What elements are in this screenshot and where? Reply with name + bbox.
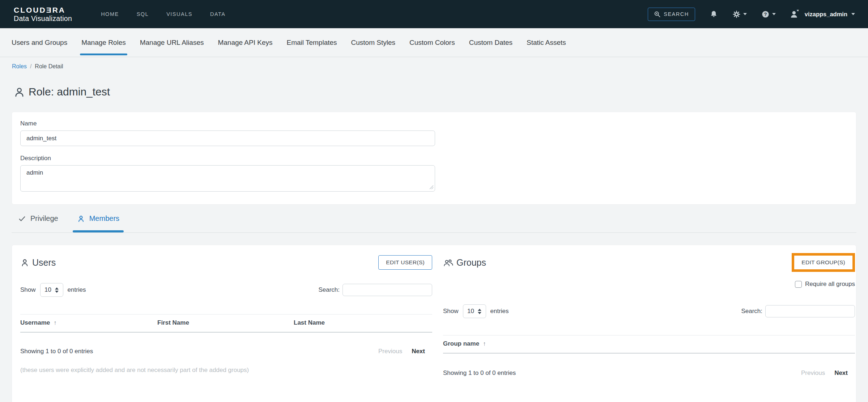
tab-manage-api-keys[interactable]: Manage API Keys xyxy=(218,28,272,57)
users-showing-text: Showing 1 to 0 of 0 entries xyxy=(20,348,93,355)
top-navbar: CLOUDƎRA Data Visualization HOME SQL VIS… xyxy=(0,0,868,28)
description-label: Description xyxy=(20,155,856,162)
breadcrumb-current: Role Detail xyxy=(35,63,63,70)
tab-privilege[interactable]: Privilege xyxy=(18,205,58,232)
groups-page-size-select[interactable]: 10 xyxy=(463,304,486,318)
main-nav: HOME SQL VISUALS DATA xyxy=(101,11,225,17)
groups-title-text: Groups xyxy=(456,257,486,268)
breadcrumb-roles-link[interactable]: Roles xyxy=(12,63,27,70)
users-search-label: Search: xyxy=(318,286,340,294)
search-button[interactable]: SEARCH xyxy=(648,8,695,21)
users-pager: Previous Next xyxy=(378,348,432,355)
role-description-textarea[interactable]: admin xyxy=(20,165,435,192)
page-title: Role: admin_test xyxy=(14,86,868,98)
members-card: Users EDIT USER(S) Show 10 entries Searc… xyxy=(12,245,856,402)
edit-groups-button[interactable]: EDIT GROUP(S) xyxy=(794,256,852,269)
sort-asc-icon: ↑ xyxy=(54,320,56,326)
breadcrumb: Roles / Role Detail xyxy=(12,63,868,70)
groups-page-size-control: Show 10 entries xyxy=(443,304,509,318)
groups-table: Group name↑ xyxy=(443,335,855,354)
groups-search-control: Search: xyxy=(741,305,855,317)
admin-tabbar: Users and Groups Manage Roles Manage URL… xyxy=(0,28,868,57)
nav-sql[interactable]: SQL xyxy=(137,11,149,17)
help-menu[interactable]: ? xyxy=(761,10,776,18)
groups-panel: Groups EDIT GROUP(S) Require all groups … xyxy=(443,253,855,402)
users-search-input[interactable] xyxy=(342,284,432,296)
role-name-input[interactable] xyxy=(20,131,435,146)
page-size-value: 10 xyxy=(467,308,474,315)
user-outline-icon xyxy=(20,258,29,267)
user-icon: * xyxy=(790,10,800,19)
users-col-firstname[interactable]: First Name xyxy=(157,319,294,326)
tab-static-assets[interactable]: Static Assets xyxy=(527,28,566,57)
users-col-username[interactable]: Username↑ xyxy=(20,319,157,326)
users-previous-button[interactable]: Previous xyxy=(378,348,402,355)
tab-manage-url-aliases[interactable]: Manage URL Aliases xyxy=(140,28,204,57)
users-table: Username↑ First Name Last Name xyxy=(20,314,432,333)
entries-label: entries xyxy=(490,308,509,315)
require-all-groups-checkbox[interactable] xyxy=(795,281,802,288)
tab-members-label: Members xyxy=(89,214,119,223)
groups-next-button[interactable]: Next xyxy=(834,369,848,377)
page-title-text: Role: admin_test xyxy=(29,86,110,98)
groups-search-input[interactable] xyxy=(765,305,855,317)
resize-handle-icon[interactable] xyxy=(429,185,434,189)
breadcrumb-separator: / xyxy=(30,63,31,70)
users-panel: Users EDIT USER(S) Show 10 entries Searc… xyxy=(20,253,432,402)
bell-icon xyxy=(710,10,718,18)
edit-users-button[interactable]: EDIT USER(S) xyxy=(378,255,432,270)
nav-home[interactable]: HOME xyxy=(101,11,119,17)
nav-data[interactable]: DATA xyxy=(210,11,226,17)
users-panel-title: Users xyxy=(20,257,56,268)
tab-custom-styles[interactable]: Custom Styles xyxy=(351,28,395,57)
group-icon xyxy=(443,258,454,267)
groups-showing-text: Showing 1 to 0 of 0 entries xyxy=(443,369,516,377)
require-all-groups-label: Require all groups xyxy=(805,281,855,288)
groups-search-label: Search: xyxy=(741,308,762,315)
description-field-wrap: admin xyxy=(20,165,435,192)
search-icon xyxy=(654,11,660,17)
svg-text:*: * xyxy=(796,10,799,14)
groups-panel-title: Groups xyxy=(443,257,486,268)
action-highlight-ring: EDIT GROUP(S) xyxy=(792,253,855,272)
settings-menu[interactable] xyxy=(732,10,747,18)
tab-manage-roles[interactable]: Manage Roles xyxy=(81,28,126,57)
entries-label: entries xyxy=(68,286,86,294)
chevron-down-icon xyxy=(772,13,776,15)
chevron-down-icon xyxy=(743,13,747,15)
require-all-groups-control: Require all groups xyxy=(443,281,855,288)
brand-line2: Data Visualization xyxy=(14,15,72,22)
groups-previous-button[interactable]: Previous xyxy=(801,369,825,377)
search-button-label: SEARCH xyxy=(664,11,689,17)
tab-users-and-groups[interactable]: Users and Groups xyxy=(12,28,67,57)
tab-custom-colors[interactable]: Custom Colors xyxy=(409,28,455,57)
role-icon xyxy=(14,86,25,98)
select-stepper-icon xyxy=(478,309,481,314)
help-icon: ? xyxy=(761,10,770,18)
users-col-lastname[interactable]: Last Name xyxy=(294,319,432,326)
role-detail-tabs: Privilege Members xyxy=(12,205,856,233)
tab-email-templates[interactable]: Email Templates xyxy=(287,28,337,57)
users-page-size-select[interactable]: 10 xyxy=(40,283,63,297)
users-next-button[interactable]: Next xyxy=(412,348,425,355)
notifications-button[interactable] xyxy=(710,10,718,18)
show-label: Show xyxy=(20,286,36,294)
brand-logo[interactable]: CLOUDƎRA Data Visualization xyxy=(14,6,72,23)
groups-col-groupname[interactable]: Group name↑ xyxy=(443,340,486,347)
select-stepper-icon xyxy=(55,287,59,293)
sort-asc-icon: ↑ xyxy=(483,341,486,347)
tab-privilege-label: Privilege xyxy=(30,214,58,223)
chevron-down-icon xyxy=(851,13,855,15)
show-label: Show xyxy=(443,308,459,315)
users-page-size-control: Show 10 entries xyxy=(20,283,86,297)
svg-text:?: ? xyxy=(764,11,767,17)
username-label: vizapps_admin xyxy=(805,11,847,18)
tab-custom-dates[interactable]: Custom Dates xyxy=(469,28,512,57)
tab-members[interactable]: Members xyxy=(77,205,119,232)
check-icon xyxy=(18,215,26,223)
user-menu[interactable]: * vizapps_admin xyxy=(790,10,855,19)
page-size-value: 10 xyxy=(44,286,51,294)
name-label: Name xyxy=(20,120,856,127)
users-note: (these users were explicitly added and a… xyxy=(20,367,432,374)
nav-visuals[interactable]: VISUALS xyxy=(166,11,192,17)
